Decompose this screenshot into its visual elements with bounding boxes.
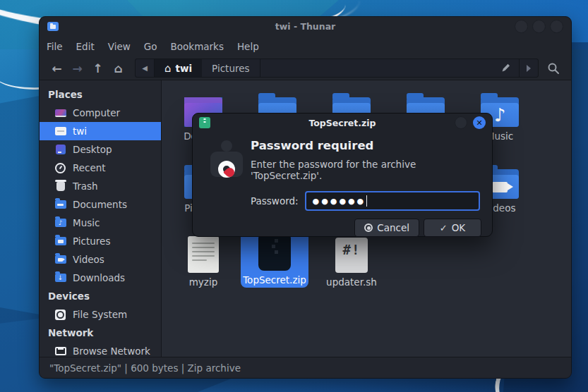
menu-bookmarks[interactable]: Bookmarks [171,41,224,52]
password-dialog: TopSecret.zip ✕ Password required Enter … [192,113,493,237]
triangle-right-icon [527,65,531,72]
videos-folder-icon [54,254,66,266]
breadcrumb-label: Pictures [212,63,249,74]
title-bar[interactable]: twi - Thunar [40,17,571,36]
maximize-button[interactable] [532,20,546,33]
sidebar-item-twi[interactable]: twi [40,122,161,140]
sidebar-item-label: Documents [73,199,127,210]
sidebar-item-label: Music [73,217,100,228]
sidebar-item-label: File System [73,309,127,320]
dialog-minimize-button[interactable] [455,116,467,129]
file-label: updater.sh [326,276,377,288]
dialog-heading: Password required [251,139,481,152]
expand-toolbar-button[interactable] [519,59,538,77]
home-icon[interactable]: ⌂ [108,59,128,78]
sidebar-header-devices: Devices [40,287,161,305]
sidebar-item-label: Computer [73,107,120,118]
sidebar-item-trash[interactable]: Trash [40,177,161,195]
breadcrumb-pictures[interactable]: Pictures [202,59,260,77]
path-bar: ◀ ⌂ twi Pictures [135,59,539,78]
desktop: twi - Thunar File Edit View Go Bookmarks… [0,0,588,392]
breadcrumb-label: twi [176,63,193,74]
sidebar-item-videos[interactable]: Videos [40,250,161,269]
sidebar-item-label: Trash [73,180,98,192]
dialog-title: TopSecret.zip [193,118,492,128]
file-topsecret-zip[interactable]: TopSecret.zip [241,231,308,288]
up-icon[interactable]: ↑ [88,59,108,78]
file-updater-sh[interactable]: #! updater.sh [318,233,385,288]
breadcrumb-current[interactable]: ⌂ twi [155,59,202,77]
sidebar: Places Computer twi Desktop Recent [40,80,162,357]
desktop-icon [54,144,66,156]
sidebar-item-downloads[interactable]: ↓ Downloads [40,269,161,287]
close-button[interactable] [550,20,563,33]
sidebar-item-desktop[interactable]: Desktop [40,140,161,159]
menu-bar: File Edit View Go Bookmarks Help [40,36,571,56]
sidebar-header-network: Network [40,324,161,342]
sidebar-item-label: Pictures [73,235,110,247]
path-spacer [260,59,492,77]
sidebar-item-label: Videos [73,254,104,265]
downloads-folder-icon: ↓ [54,272,66,284]
close-icon: ✕ [476,119,482,127]
back-icon[interactable]: ← [47,59,67,78]
cancel-button-label: Cancel [377,222,409,233]
file-myzip[interactable]: myzip [169,233,237,288]
sidebar-item-computer[interactable]: Computer [40,104,161,122]
chevron-left-icon[interactable]: ◀ [136,59,155,77]
status-text: "TopSecret.zip" | 600 bytes | Zip archiv… [49,362,241,374]
password-masked-value: ●●●●●● [313,197,366,206]
forward-icon[interactable]: → [67,59,88,78]
sidebar-item-file-system[interactable]: File System [40,305,161,324]
clock-icon [54,162,66,174]
sidebar-item-pictures[interactable]: Pictures [40,232,161,250]
edit-path-button[interactable] [492,59,519,77]
shell-script-icon: #! [335,238,368,273]
zip-archive-icon [258,235,291,271]
search-icon [547,62,560,75]
cancel-icon [364,223,373,232]
network-icon [54,345,66,357]
computer-icon [54,107,66,119]
status-bar: "TopSecret.zip" | 600 bytes | Zip archiv… [40,357,571,378]
file-label: myzip [189,276,218,288]
sidebar-item-label: Recent [73,162,106,173]
dialog-message: Enter the password for the archive 'TopS… [251,159,481,181]
text-file-icon [188,236,219,273]
breadcrumb-home-icon: ⌂ [164,62,172,75]
file-label: TopSecret.zip [243,274,306,286]
sidebar-item-label: Desktop [73,144,112,155]
sidebar-item-recent[interactable]: Recent [40,159,161,177]
home-folder-icon [54,125,66,137]
lock-icon [208,140,245,177]
ok-button-label: OK [452,222,465,233]
minimize-button[interactable] [515,20,528,33]
music-folder-icon: ♪ [54,217,66,229]
ok-button[interactable]: ✓ OK [424,219,481,237]
dialog-title-bar[interactable]: TopSecret.zip ✕ [193,114,492,132]
password-input[interactable]: ●●●●●● [305,191,480,211]
cancel-button[interactable]: Cancel [354,219,419,237]
pictures-folder-icon [54,235,66,247]
menu-edit[interactable]: Edit [76,41,95,52]
trash-icon [54,180,66,192]
menu-view[interactable]: View [108,41,131,52]
sidebar-item-label: twi [73,125,87,137]
window-title: twi - Thunar [40,21,571,32]
menu-file[interactable]: File [47,41,63,52]
search-button[interactable] [543,62,564,75]
pencil-icon [500,63,511,73]
check-icon: ✓ [440,223,448,233]
sidebar-item-music[interactable]: ♪ Music [40,214,161,232]
sidebar-item-label: Downloads [73,272,125,283]
sidebar-item-documents[interactable]: Documents [40,195,161,214]
menu-go[interactable]: Go [144,41,157,52]
password-label: Password: [251,195,299,207]
text-cursor [366,195,367,207]
menu-help[interactable]: Help [237,41,259,52]
toolbar: ← → ↑ ⌂ ◀ ⌂ twi Pictures [40,56,571,80]
drive-icon [54,309,66,321]
dialog-close-button[interactable]: ✕ [473,116,486,129]
sidebar-header-places: Places [40,85,161,104]
documents-folder-icon [54,199,66,211]
